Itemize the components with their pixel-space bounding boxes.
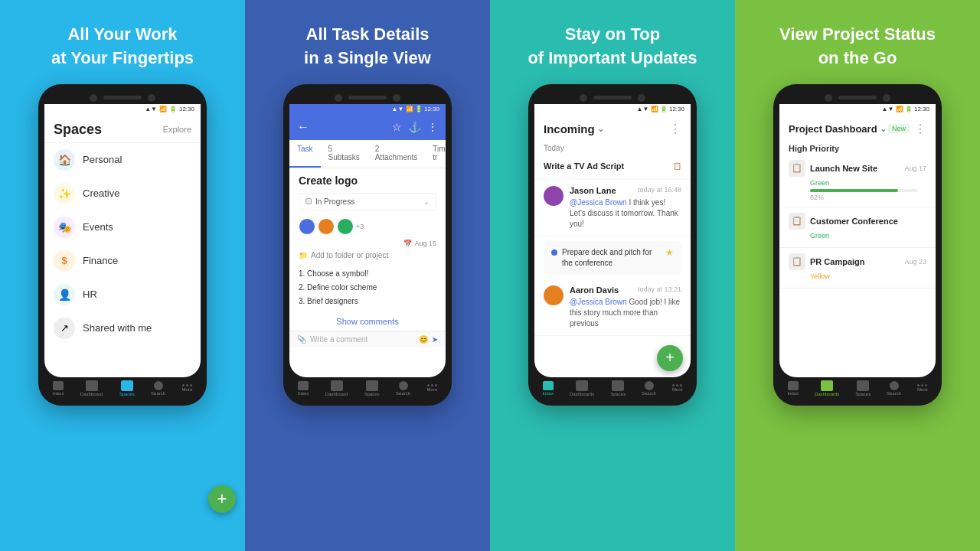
expand-icon: ⌄ (423, 197, 430, 206)
tab-more-4[interactable]: More (917, 384, 928, 392)
space-events[interactable]: 🎭 Events (44, 210, 201, 244)
checklist: 1. Choose a symbol! 2. Define color sche… (289, 263, 446, 312)
comment-input[interactable]: Write a comment (310, 335, 415, 344)
tab-attachments[interactable]: 2 Attachments (368, 140, 426, 168)
aaron-name: Aaron Davis (570, 285, 619, 295)
star-icon[interactable]: ☆ (392, 121, 402, 133)
add-to-folder[interactable]: 📁 Add to folder or project (289, 247, 446, 263)
task-status[interactable]: In Progress ⌄ (299, 193, 436, 210)
tab-subtasks[interactable]: 5 Subtasks (321, 140, 368, 168)
tab-spaces-1[interactable]: Spaces (119, 380, 135, 396)
status-dot (305, 198, 312, 204)
conference-task-text: Prepare deck and pitch for the conferenc… (562, 247, 661, 269)
personal-icon: 🏠 (54, 149, 75, 171)
space-finance[interactable]: $ Finance (44, 244, 201, 278)
aaron-message: @Jessica Brown Good job! I like this sto… (570, 297, 681, 329)
project-conference[interactable]: 📋 Customer Conference Green (779, 207, 936, 248)
status-bar-3: ▲▼ 📶 🔋 12:30 (534, 104, 691, 114)
status-label: In Progress (315, 197, 354, 206)
tab-more-2[interactable]: More (427, 384, 438, 392)
panel3-title: Stay on Top of Important Updates (528, 23, 697, 70)
phone2-top (289, 90, 446, 104)
header-actions: ☆ ⚓ ⋮ (392, 121, 438, 133)
link-icon[interactable]: ⚓ (408, 121, 421, 133)
aaron-time: today at 13:21 (638, 285, 681, 293)
checklist-2: 2. Define color scheme (299, 281, 436, 295)
fab-inbox[interactable]: + (657, 345, 683, 371)
conference-name: Customer Conference (810, 217, 926, 226)
tab-inbox-1[interactable]: Inbox (53, 381, 64, 396)
jason-avatar (544, 186, 564, 206)
finance-icon: $ (54, 250, 75, 272)
tab-time[interactable]: Time tr (425, 140, 446, 168)
dashboard-more-icon[interactable]: ⋮ (914, 122, 926, 136)
tab-inbox-2[interactable]: Inbox (298, 381, 309, 396)
tab-more-1[interactable]: More (182, 384, 193, 392)
tab-search-3[interactable]: Search (642, 381, 656, 396)
launch-progress-label: 82% (789, 194, 926, 201)
project-pr[interactable]: 📋 PR Campaign Aug 23 Yellow (779, 248, 936, 289)
phone3-top (534, 90, 691, 104)
panel4-title: View Project Status on the Go (779, 23, 936, 70)
launch-tag: Green (789, 179, 926, 187)
inbox-title-text: Incoming (544, 122, 595, 135)
jason-message: @Jessica Brown I think yes! Let's discus… (570, 197, 681, 230)
more-options-icon[interactable]: ⋮ (669, 122, 681, 136)
camera-dot2-2 (393, 94, 400, 102)
tab-more-3[interactable]: More (672, 384, 683, 392)
shared-icon: ↗ (54, 318, 75, 339)
space-personal[interactable]: 🏠 Personal (44, 143, 201, 177)
space-creative[interactable]: ✨ Creative (44, 177, 201, 210)
back-arrow[interactable]: ← (297, 120, 309, 134)
tab-inbox-3[interactable]: Inbox (542, 381, 554, 396)
spaces-header: Spaces Explore (44, 114, 201, 143)
task-tabs: Task 5 Subtasks 2 Attachments Time tr (289, 140, 446, 168)
project-title-group: Project Dashboard ⌄ (789, 123, 887, 135)
dashboard-header: Project Dashboard ⌄ New ⋮ (779, 114, 936, 141)
avatar-1 (299, 218, 315, 235)
more-icon[interactable]: ⋮ (427, 121, 438, 133)
bottom-bar-3: Inbox Dashboards Spaces Search Mor (534, 377, 691, 399)
phone-2: ▲▼ 📶 🔋 12:30 ← ☆ ⚓ ⋮ Task 5 Subtasks 2 A… (283, 84, 452, 406)
camera-dot-3 (580, 94, 587, 102)
speaker-bar (103, 96, 142, 99)
events-icon: 🎭 (54, 217, 75, 238)
tab-search-4[interactable]: Search (887, 381, 901, 396)
tab-search-1[interactable]: Search (151, 381, 165, 396)
task-header: ← ☆ ⚓ ⋮ (289, 114, 446, 140)
tab-spaces-3[interactable]: Spaces (610, 380, 626, 396)
fab-plus-icon[interactable]: + (657, 345, 683, 371)
avatar-2 (318, 218, 335, 235)
show-comments-btn[interactable]: Show comments (289, 312, 446, 331)
chevron-down-icon: ⌄ (597, 124, 604, 134)
task-dot (551, 249, 557, 256)
status-bar-1: ▲▼ 📶 🔋 12:30 (44, 104, 201, 114)
tab-spaces-4[interactable]: Spaces (855, 380, 871, 396)
tab-task[interactable]: Task (289, 140, 321, 168)
explore-link[interactable]: Explore (163, 125, 191, 134)
send-icon[interactable]: ➤ (432, 335, 438, 344)
pr-tag: Yellow (789, 272, 926, 280)
phone1-top (44, 90, 201, 104)
date-label: Aug 15 (414, 240, 436, 247)
events-label: Events (83, 221, 113, 233)
conference-task[interactable]: Prepare deck and pitch for the conferenc… (544, 241, 681, 275)
tab-inbox-4[interactable]: Inbox (787, 381, 799, 396)
phone4-top (779, 90, 936, 104)
tab-dashboard-1[interactable]: Dashboard (80, 380, 103, 396)
tab-dashboards-3[interactable]: Dashboards (570, 380, 594, 396)
space-hr[interactable]: 👤 HR (44, 278, 201, 311)
project-launch[interactable]: 📋 Launch New Site Aug 17 Green 82% (779, 155, 936, 207)
bottom-bar-1: Inbox Dashboard Spaces Search More (44, 377, 201, 399)
message-tv-script: Write a TV Ad Script 📋 (534, 155, 691, 180)
checklist-1: 1. Choose a symbol! (299, 267, 436, 281)
inbox-header: Incoming ⌄ ⋮ (534, 114, 691, 141)
tab-dashboard-2[interactable]: Dashboard (325, 380, 348, 396)
tab-search-2[interactable]: Search (396, 381, 410, 396)
launch-date: Aug 17 (904, 165, 926, 172)
status-bar-2: ▲▼ 📶 🔋 12:30 (289, 104, 446, 114)
tab-spaces-2[interactable]: Spaces (364, 380, 380, 396)
task-star-icon[interactable]: ★ (665, 247, 674, 258)
space-shared[interactable]: ↗ Shared with me (44, 311, 201, 345)
tab-dashboards-4[interactable]: Dashboards (815, 380, 839, 396)
